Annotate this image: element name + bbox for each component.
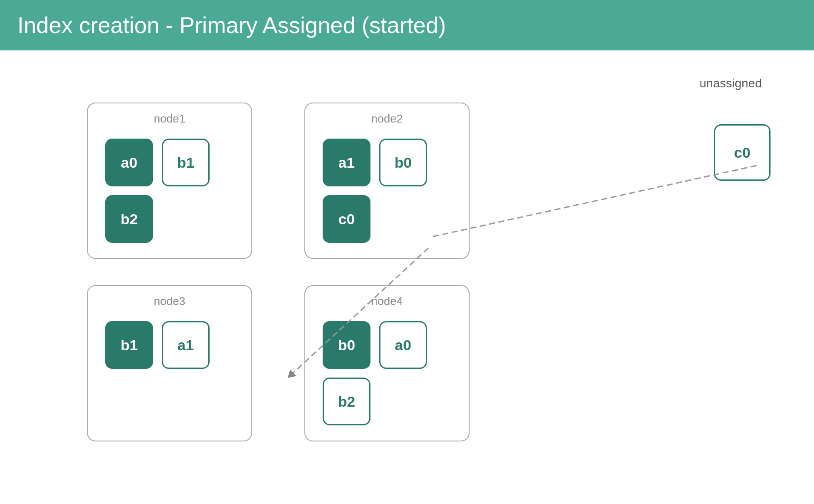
node4-shards: b0 a0 b2 [318,317,456,430]
shard-a1: a1 [323,139,370,186]
node3-label: node3 [101,295,238,308]
node-box-node1: node1 a0 b1 b2 [87,103,252,259]
node-box-node2: node2 a1 b0 c0 [304,103,470,259]
node-box-node4: node4 b0 a0 b2 [304,285,470,441]
unassigned-shard-label: c0 [734,144,751,161]
shard-a0: a0 [105,139,153,186]
node4-label: node4 [318,295,456,308]
shard-b1: b1 [162,139,210,186]
node3-shards: b1 a1 [101,317,238,373]
main-content: unassigned c0 node1 a0 b1 b2 node2 a1 b0… [0,50,814,504]
shard-b1-node3: b1 [105,321,153,369]
nodes-grid: node1 a0 b1 b2 node2 a1 b0 c0 node3 b1 a… [87,103,470,441]
shard-b0: b0 [379,139,427,186]
shard-b2-node4: b2 [323,378,370,425]
unassigned-label: unassigned [700,76,762,90]
node1-shards: a0 b1 b2 [101,134,238,247]
unassigned-shard: c0 [714,124,771,181]
node2-label: node2 [318,112,456,126]
header: Index creation - Primary Assigned (start… [0,0,814,50]
shard-a0-node4: a0 [379,321,427,369]
shard-b0-node4: b0 [323,321,370,369]
shard-b2: b2 [105,195,153,243]
shard-c0-node2: c0 [323,195,370,243]
shard-a1-node3: a1 [162,321,210,369]
page-title: Index creation - Primary Assigned (start… [17,12,797,38]
node2-shards: a1 b0 c0 [318,134,456,247]
node1-label: node1 [101,112,238,126]
dashed-arrow-unassigned-to-node2 [430,166,757,237]
node-box-node3: node3 b1 a1 [87,285,252,441]
